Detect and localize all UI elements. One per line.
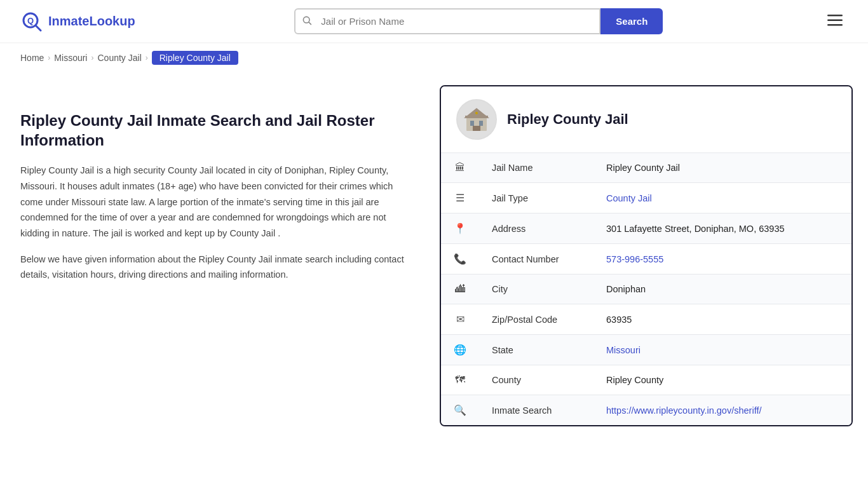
description-para-2: Below we have given information about th… bbox=[20, 252, 414, 283]
row-icon: ✉ bbox=[441, 304, 479, 335]
description-para-1: Ripley County Jail is a high security Co… bbox=[20, 163, 414, 241]
logo-icon: Q bbox=[20, 10, 43, 33]
row-label: Jail Type bbox=[479, 183, 593, 214]
table-row: 🗺CountyRipley County bbox=[441, 365, 851, 395]
row-icon: 🌐 bbox=[441, 335, 479, 365]
svg-line-1 bbox=[36, 25, 41, 30]
row-link[interactable]: 573-996-5555 bbox=[606, 254, 663, 264]
row-label: County bbox=[479, 365, 593, 395]
row-value: Ripley County bbox=[593, 365, 851, 395]
svg-rect-5 bbox=[827, 15, 843, 17]
logo-text: InmateLookup bbox=[48, 14, 135, 29]
row-value: 63935 bbox=[593, 304, 851, 335]
row-label: Zip/Postal Code bbox=[479, 304, 593, 335]
svg-line-4 bbox=[309, 22, 311, 24]
breadcrumb-sep-2: › bbox=[91, 53, 93, 62]
logo-link[interactable]: Q InmateLookup bbox=[20, 10, 135, 33]
row-label: Address bbox=[479, 214, 593, 244]
row-value[interactable]: Missouri bbox=[593, 335, 851, 365]
breadcrumb-sep-3: › bbox=[146, 53, 148, 62]
card-header: Ripley County Jail bbox=[441, 86, 851, 153]
row-value[interactable]: 573-996-5555 bbox=[593, 244, 851, 274]
breadcrumb-sep-1: › bbox=[48, 53, 50, 62]
row-value[interactable]: County Jail bbox=[593, 183, 851, 214]
row-icon: 🔍 bbox=[441, 395, 479, 426]
building-icon bbox=[461, 104, 492, 135]
row-icon: 🏙 bbox=[441, 274, 479, 304]
row-value: 301 Lafayette Street, Doniphan, MO, 6393… bbox=[593, 214, 851, 244]
row-label: City bbox=[479, 274, 593, 304]
search-button[interactable]: Search bbox=[600, 8, 663, 34]
row-icon: ☰ bbox=[441, 183, 479, 214]
row-icon: 📞 bbox=[441, 244, 479, 274]
table-row: 🏙CityDoniphan bbox=[441, 274, 851, 304]
svg-rect-6 bbox=[827, 19, 843, 21]
table-row: 🌐StateMissouri bbox=[441, 335, 851, 365]
row-icon: 🗺 bbox=[441, 365, 479, 395]
search-wrapper bbox=[294, 8, 600, 34]
table-row: ☰Jail TypeCounty Jail bbox=[441, 183, 851, 214]
svg-rect-12 bbox=[473, 126, 480, 131]
search-area: Search bbox=[294, 8, 663, 34]
header: Q InmateLookup Search bbox=[0, 0, 868, 43]
row-label: Inmate Search bbox=[479, 395, 593, 426]
row-link[interactable]: https://www.ripleycounty.in.gov/sheriff/ bbox=[606, 405, 761, 416]
breadcrumb-type[interactable]: County Jail bbox=[97, 53, 141, 63]
info-card: Ripley County Jail 🏛Jail NameRipley Coun… bbox=[440, 85, 853, 426]
row-link[interactable]: County Jail bbox=[606, 193, 652, 203]
row-value: Ripley County Jail bbox=[593, 153, 851, 183]
svg-rect-13 bbox=[465, 116, 468, 118]
table-row: 📍Address301 Lafayette Street, Doniphan, … bbox=[441, 214, 851, 244]
card-title: Ripley County Jail bbox=[507, 111, 628, 128]
row-label: Contact Number bbox=[479, 244, 593, 274]
row-icon: 🏛 bbox=[441, 153, 479, 183]
search-icon bbox=[295, 15, 318, 28]
breadcrumb-current: Ripley County Jail bbox=[152, 51, 238, 65]
breadcrumb-home[interactable]: Home bbox=[20, 53, 44, 63]
svg-rect-7 bbox=[827, 24, 843, 26]
breadcrumb: Home › Missouri › County Jail › Ripley C… bbox=[0, 43, 868, 72]
row-link[interactable]: Missouri bbox=[606, 345, 641, 355]
svg-rect-10 bbox=[470, 121, 474, 126]
main-content: Ripley County Jail Inmate Search and Jai… bbox=[0, 72, 868, 452]
table-row: ✉Zip/Postal Code63935 bbox=[441, 304, 851, 335]
search-input[interactable] bbox=[318, 10, 599, 33]
table-row: 🏛Jail NameRipley County Jail bbox=[441, 153, 851, 183]
svg-rect-14 bbox=[485, 116, 488, 118]
table-row: 🔍Inmate Searchhttps://www.ripleycounty.i… bbox=[441, 395, 851, 426]
breadcrumb-state[interactable]: Missouri bbox=[54, 53, 87, 63]
row-value[interactable]: https://www.ripleycounty.in.gov/sheriff/ bbox=[593, 395, 851, 426]
svg-text:Q: Q bbox=[27, 16, 34, 25]
menu-button[interactable] bbox=[822, 11, 848, 32]
svg-point-15 bbox=[475, 112, 478, 114]
hamburger-icon bbox=[827, 15, 843, 26]
row-label: State bbox=[479, 335, 593, 365]
row-label: Jail Name bbox=[479, 153, 593, 183]
jail-avatar bbox=[456, 99, 497, 140]
row-value: Doniphan bbox=[593, 274, 851, 304]
info-table: 🏛Jail NameRipley County Jail☰Jail TypeCo… bbox=[441, 153, 851, 425]
row-icon: 📍 bbox=[441, 214, 479, 244]
table-row: 📞Contact Number573-996-5555 bbox=[441, 244, 851, 274]
page-title: Ripley County Jail Inmate Search and Jai… bbox=[20, 111, 414, 150]
svg-rect-11 bbox=[479, 121, 483, 126]
left-panel: Ripley County Jail Inmate Search and Jai… bbox=[20, 85, 440, 293]
